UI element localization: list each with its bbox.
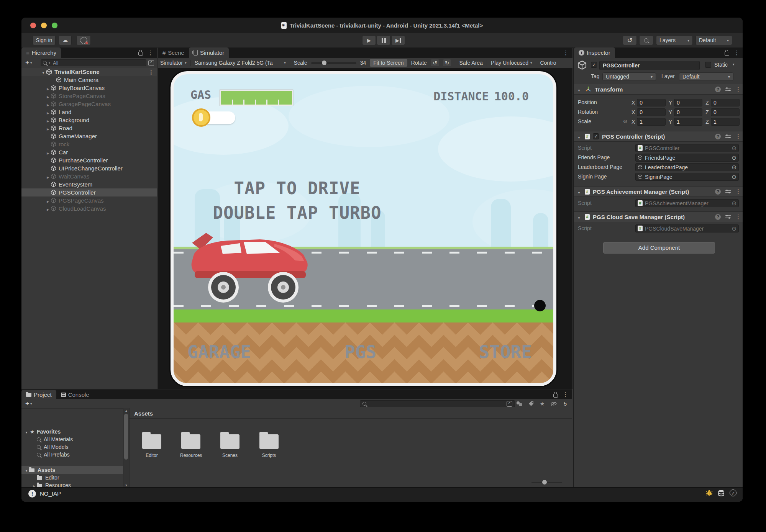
constrain-proportions-icon[interactable]: ⊘ xyxy=(623,118,627,124)
kebab-icon[interactable]: ⋮ xyxy=(734,49,740,56)
target-picker-icon[interactable]: ⊙ xyxy=(732,174,736,180)
foldout-open-icon[interactable] xyxy=(576,188,582,195)
project-search[interactable] xyxy=(360,400,515,407)
rotation-z-input[interactable]: 0 xyxy=(711,108,740,116)
create-asset-button[interactable]: + ▾ xyxy=(25,400,32,408)
component-enabled-checkbox[interactable] xyxy=(593,133,599,139)
presets-icon[interactable] xyxy=(725,189,731,194)
hierarchy-item[interactable]: EventSystem xyxy=(21,180,157,188)
hierarchy-item[interactable]: WaitCanvas xyxy=(21,172,157,180)
hierarchy-item[interactable]: PGSPageCanvas xyxy=(21,196,157,205)
create-object-button[interactable]: + ▾ xyxy=(25,59,32,67)
tree-item-all-models[interactable]: All Models xyxy=(21,443,123,451)
hierarchy-item[interactable]: GaragePageCanvas xyxy=(21,100,157,108)
leaderboard-page-field[interactable]: LeaderboardPage ⊙ xyxy=(635,163,739,171)
tag-dropdown[interactable]: Untagged ▾ xyxy=(602,72,656,81)
rotate-cw-button[interactable]: ↻ xyxy=(443,59,451,66)
thumbnail-size-slider[interactable] xyxy=(531,482,562,483)
hierarchy-item[interactable]: GameManager xyxy=(21,132,157,140)
signin-page-field[interactable]: SigninPage ⊙ xyxy=(635,173,739,181)
expand-arrow-icon[interactable] xyxy=(45,205,51,212)
target-picker-icon[interactable]: ⊙ xyxy=(732,145,736,152)
tab-simulator[interactable]: Simulator xyxy=(189,47,229,58)
garage-button[interactable]: GARAGE xyxy=(187,342,251,362)
hierarchy-item[interactable]: UIPriceChangeController xyxy=(21,164,157,172)
hierarchy-item[interactable]: Car xyxy=(21,148,157,156)
lock-icon[interactable] xyxy=(725,52,729,56)
scale-slider[interactable] xyxy=(311,62,356,64)
step-button[interactable] xyxy=(391,35,405,45)
slider-thumb[interactable] xyxy=(542,480,547,485)
version-history-button[interactable]: ↺ xyxy=(623,35,637,45)
static-checkbox[interactable] xyxy=(705,62,711,68)
status-message[interactable]: NO_IAP xyxy=(40,490,61,497)
add-component-button[interactable]: Add Component xyxy=(603,242,715,254)
scale-x-input[interactable]: 1 xyxy=(637,118,665,126)
presets-icon[interactable] xyxy=(725,214,731,219)
tree-item-all-prefabs[interactable]: All Prefabs xyxy=(21,451,123,458)
kebab-icon[interactable]: ⋮ xyxy=(735,133,741,140)
help-icon[interactable]: ? xyxy=(715,189,721,195)
foldout-open-icon[interactable] xyxy=(576,214,582,220)
hierarchy-item[interactable]: Road xyxy=(21,124,157,132)
dropdown-arrow-icon[interactable]: ▾ xyxy=(585,65,586,69)
kebab-icon[interactable]: ⋮ xyxy=(148,49,153,56)
lock-icon[interactable] xyxy=(138,52,143,56)
rotate-ccw-button[interactable]: ↺ xyxy=(431,59,439,66)
scroll-down-arrow-icon[interactable]: ▼ xyxy=(123,484,129,487)
project-search-input[interactable] xyxy=(369,401,504,407)
store-button[interactable]: STORE xyxy=(479,342,532,362)
pgs-controller-header[interactable]: PGS Controller (Script) ? ⋮ xyxy=(574,131,743,142)
play-mode-dropdown[interactable]: Play Unfocused ▾ xyxy=(491,60,532,66)
target-picker-icon[interactable]: ⊙ xyxy=(732,154,736,161)
cloud-button[interactable]: ☁ xyxy=(59,35,72,45)
static-dropdown-arrow-icon[interactable]: ▾ xyxy=(733,62,735,66)
asset-folder-scripts[interactable]: Scripts xyxy=(258,431,280,458)
expand-arrow-icon[interactable] xyxy=(45,109,51,115)
hierarchy-search[interactable]: ▾ xyxy=(41,59,146,66)
foldout-open-icon[interactable] xyxy=(24,429,29,435)
tree-item-all-materials[interactable]: All Materials xyxy=(21,435,123,443)
search-filter-arrow-icon[interactable]: ▾ xyxy=(49,61,50,65)
help-icon[interactable]: ? xyxy=(715,87,721,92)
scale-y-input[interactable]: 1 xyxy=(674,118,702,126)
tree-item-assets[interactable]: Assets xyxy=(21,466,123,474)
friends-page-field[interactable]: FriendsPage ⊙ xyxy=(635,154,739,162)
target-picker-icon[interactable]: ⊙ xyxy=(732,200,736,207)
hierarchy-item[interactable]: StorePageCanvas xyxy=(21,92,157,100)
expand-arrow-icon[interactable] xyxy=(45,101,51,107)
script-object-field[interactable]: PGSCloudSaveManager ⊙ xyxy=(635,224,739,232)
tab-console[interactable]: Console xyxy=(56,390,94,399)
presets-icon[interactable] xyxy=(725,87,731,92)
kebab-icon[interactable]: ⋮ xyxy=(148,69,154,75)
layout-dropdown[interactable]: Default ▾ xyxy=(695,35,732,45)
hierarchy-item-scene[interactable]: TrivialKartScene ⋮ xyxy=(21,68,157,76)
game-screen[interactable]: GAS DISTANCE 100.0 TAP TO DRIVE DOUBLE T… xyxy=(174,74,553,383)
expand-arrow-icon[interactable] xyxy=(45,197,51,204)
project-tree-scrollbar[interactable]: ▲ ▼ xyxy=(123,408,129,488)
asset-folder-resources[interactable]: Resources xyxy=(180,431,202,458)
kebab-icon[interactable]: ⋮ xyxy=(735,213,741,220)
foldout-open-icon[interactable] xyxy=(576,133,582,140)
hierarchy-item[interactable]: CloudLoadCanvas xyxy=(21,205,157,213)
scale-slider-thumb[interactable] xyxy=(322,61,326,65)
lock-icon[interactable] xyxy=(553,394,558,398)
scrollbar-thumb[interactable] xyxy=(124,414,128,460)
tab-inspector[interactable]: i Inspector xyxy=(574,47,615,58)
help-icon[interactable]: ? xyxy=(715,134,721,139)
expand-arrow-icon[interactable] xyxy=(45,85,51,91)
coin-toggle[interactable] xyxy=(200,111,235,124)
hierarchy-item[interactable]: Background xyxy=(21,116,157,124)
position-y-input[interactable]: 0 xyxy=(674,99,702,106)
expand-arrow-icon[interactable] xyxy=(45,125,51,131)
pgs-achievement-manager-header[interactable]: PGS Achievement Manager (Script) ? ⋮ xyxy=(574,186,743,197)
pgs-button[interactable]: PGS xyxy=(344,342,376,362)
help-icon[interactable]: ? xyxy=(715,214,721,220)
search-everything-button[interactable] xyxy=(639,35,653,45)
scroll-up-arrow-icon[interactable]: ▲ xyxy=(123,409,129,413)
pause-button[interactable] xyxy=(377,35,390,45)
rotation-x-input[interactable]: 0 xyxy=(637,108,665,116)
layer-dropdown[interactable]: Default ▾ xyxy=(679,72,733,81)
expand-arrow-icon[interactable] xyxy=(45,149,51,156)
expand-arrow-icon[interactable] xyxy=(45,93,51,99)
